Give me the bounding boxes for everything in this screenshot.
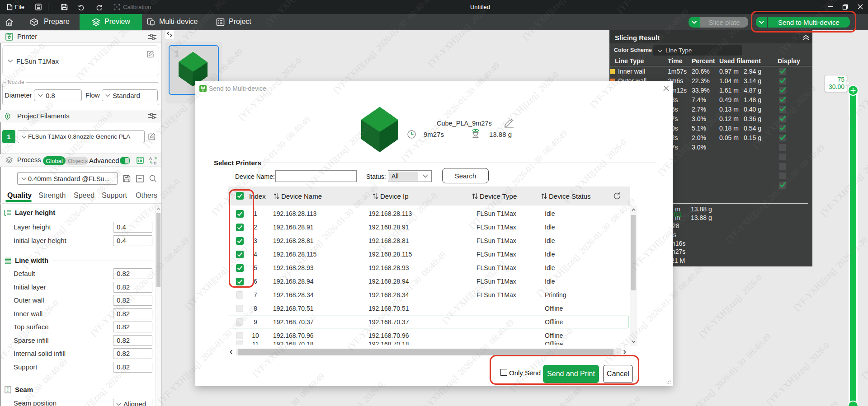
svg-text:B: B — [154, 161, 156, 165]
svg-text:A: A — [149, 156, 152, 161]
